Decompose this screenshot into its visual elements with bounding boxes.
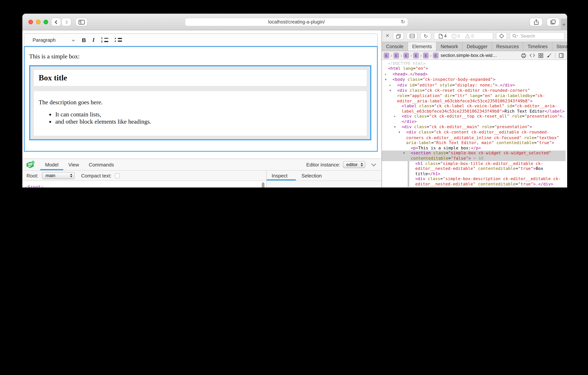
breadcrumb-actions [521, 53, 565, 58]
bold-button[interactable]: B [82, 37, 86, 43]
sidebar-right-icon[interactable] [559, 53, 564, 58]
dom-tree[interactable]: <!DOCTYPE html>▼<html lang="en">▶<head>…… [382, 60, 567, 188]
model-element-open[interactable]: <$root> [25, 184, 266, 188]
new-tab-button[interactable]: + [561, 19, 567, 30]
devtools-tab-storage[interactable]: Storage [552, 42, 567, 51]
back-button[interactable] [51, 18, 61, 26]
intro-paragraph[interactable]: This is a simple box: [29, 53, 373, 60]
address-bar[interactable]: localhost/creating-a-plugin/ ↻ [185, 18, 408, 26]
dom-tree-line[interactable]: ▼<html lang="en"> [382, 66, 566, 72]
tab-overview-button[interactable] [547, 18, 560, 26]
tree-scrollbar[interactable] [262, 182, 264, 188]
box-bullet-list: It can contain lists,and other block ele… [39, 111, 362, 125]
dom-tree-line[interactable]: ▼<div class="ck ck-content ck-editor__ed… [382, 130, 566, 145]
dom-tree-line[interactable]: <p>This is a simple box:</p> [382, 145, 566, 151]
error-count: 0 [452, 33, 460, 38]
editable-area[interactable]: This is a simple box: Box title The desc… [24, 46, 378, 152]
element-badge[interactable]: E [384, 53, 389, 58]
element-picker-button[interactable] [496, 32, 507, 40]
close-window-button[interactable] [28, 20, 33, 24]
inspector-tab-commands[interactable]: Commands [84, 159, 119, 170]
dock-window-icon [396, 33, 401, 38]
simple-box-title[interactable]: Box title [33, 69, 367, 87]
dom-tree-line[interactable]: ▼<body class="ck-inspector-body-expanded… [382, 77, 566, 82]
breadcrumb-current[interactable]: section.simple-box.ck-wid… [441, 53, 497, 58]
dock-side-button[interactable] [393, 32, 404, 40]
dom-tree-line[interactable]: ▼<div class="ck ck-reset ck-editor ck-ro… [382, 88, 566, 103]
chevron-left-icon [54, 20, 58, 24]
dom-tree-line[interactable]: <!DOCTYPE html> [382, 61, 566, 66]
model-tree[interactable]: <$root><paragraph>"This is a simple box:… [22, 181, 266, 188]
zoom-window-button[interactable] [43, 20, 48, 24]
close-devtools-button[interactable]: × [386, 32, 389, 39]
dom-tree-line[interactable]: ▶<div class="ck ck-editor__top ck-reset_… [382, 114, 566, 124]
box-title-text: Box title [39, 73, 362, 83]
editor-instance-select[interactable]: editor [343, 161, 365, 168]
select-stepper-icon [67, 174, 74, 177]
dom-tree-line[interactable]: </section> [382, 187, 566, 188]
dom-tree-line[interactable]: ▶<div id="editor" style="display: none;"… [382, 82, 566, 88]
print-icon[interactable] [521, 53, 526, 58]
detail-tab-selection[interactable]: Selection [296, 171, 327, 180]
paintbrush-icon[interactable] [547, 53, 552, 58]
dom-tree-line[interactable]: ▶<head>…</head> [382, 72, 566, 77]
toolbar-divider [555, 53, 556, 58]
collapse-inspector-icon[interactable] [371, 161, 376, 166]
devtools-search[interactable] [510, 32, 565, 40]
sidebar-icon [78, 20, 85, 24]
forward-button[interactable] [61, 18, 71, 26]
share-button[interactable] [530, 18, 543, 26]
editor-instance-label: Editor instance: [306, 162, 340, 167]
root-value: main [45, 173, 55, 178]
split-view-icon [410, 34, 415, 38]
sidebar-toggle-button[interactable] [75, 18, 87, 26]
devtools-tab-debugger[interactable]: Debugger [462, 42, 492, 51]
element-badge[interactable]: E [413, 53, 419, 58]
bullet-item: It can contain lists, [55, 111, 362, 118]
issues-summary[interactable]: 4 0 [434, 32, 494, 40]
devtools-tab-timelines[interactable]: Timelines [523, 42, 552, 51]
breadcrumb-separator-icon: › [420, 52, 422, 59]
compact-text-checkbox[interactable] [115, 173, 120, 178]
dom-tree-line[interactable]: <label class="ck ck-label ck-voice-label… [382, 104, 566, 114]
element-badge[interactable]: E [394, 53, 399, 58]
description-text: The description goes here. [39, 99, 362, 106]
dom-tree-line[interactable]: ▶<div class="simple-box-description ck-e… [382, 176, 566, 187]
minimize-window-button[interactable] [36, 20, 41, 24]
dom-tree-line[interactable]: ▼<div class="ck ck-editor__main" role="p… [382, 124, 566, 130]
heading-dropdown[interactable]: Paragraph [24, 34, 80, 46]
simple-box-widget[interactable]: Box title The description goes here. It … [29, 65, 371, 140]
search-input[interactable] [520, 33, 562, 39]
reload-icon[interactable]: ↻ [401, 19, 405, 25]
inspector-tab-view[interactable]: View [63, 159, 84, 170]
numbered-list-button[interactable]: 1 2 [101, 37, 108, 43]
chevron-down-icon [72, 39, 75, 41]
logo-badge: 5 [31, 160, 35, 164]
detail-tab-inspect[interactable]: Inspect [267, 171, 296, 180]
root-select[interactable]: main [42, 172, 75, 179]
inspector-header: 5 ModelViewCommands Editor instance: edi… [22, 159, 381, 171]
devtools-tabs: ConsoleElementsNetworkDebuggerResourcesT… [382, 42, 567, 51]
inspector-tree-pane: Root: main Compact text: <$root><paragra… [22, 171, 267, 188]
devtools-tab-elements[interactable]: Elements [408, 42, 436, 51]
dom-tree-line[interactable]: <h1 class="simple-box-title ck-editor__e… [382, 161, 566, 176]
italic-button[interactable]: I [93, 37, 95, 43]
devtools-tab-resources[interactable]: Resources [492, 42, 523, 51]
bulleted-list-button[interactable] [115, 38, 122, 42]
web-inspector-panel: × ↻ [381, 30, 567, 188]
reload-page-button[interactable]: ↻ [420, 32, 431, 40]
element-badge[interactable]: E [433, 53, 438, 58]
editor-toolbar: Paragraph B I 1 2 [24, 33, 378, 46]
inspector-tab-model[interactable]: Model [40, 159, 63, 170]
devtools-tab-console[interactable]: Console [382, 42, 408, 51]
code-brackets-icon[interactable] [530, 54, 535, 57]
dock-bottom-button[interactable] [407, 32, 418, 40]
ckeditor-logo-icon: 5 [27, 161, 35, 168]
grid-icon[interactable] [538, 53, 543, 58]
breadcrumb-separator-icon: › [391, 52, 392, 59]
simple-box-description[interactable]: The description goes here. It can contai… [33, 91, 367, 136]
dom-tree-line[interactable]: ▼<section class="simple-box ck-widget ck… [382, 151, 566, 161]
element-badge[interactable]: E [423, 53, 429, 58]
devtools-tab-network[interactable]: Network [436, 42, 462, 51]
element-badge[interactable]: E [403, 53, 409, 58]
